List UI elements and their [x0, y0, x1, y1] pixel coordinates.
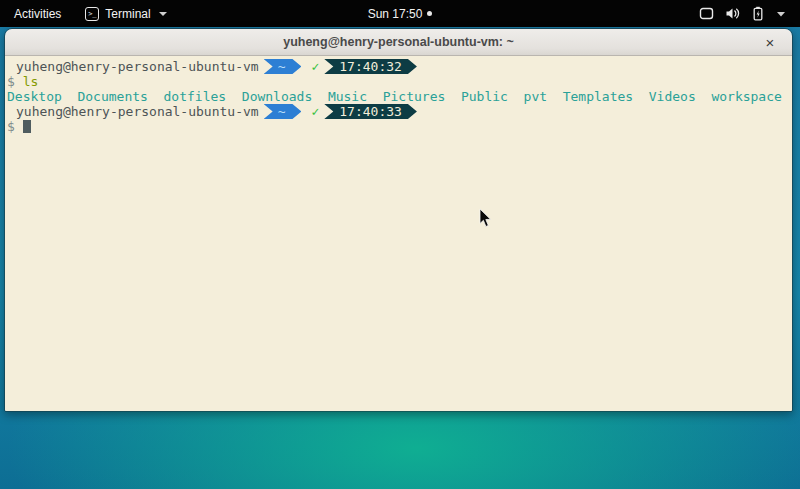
prompt-time-segment: 17:40:32	[324, 59, 417, 74]
notification-dot-icon	[427, 11, 432, 16]
prompt-time-segment: 17:40:33	[324, 104, 417, 119]
prompt-user: yuheng@henry-personal-ubuntu-vm	[16, 104, 259, 119]
prompt-line: yuheng@henry-personal-ubuntu-vm ~ ✓ 17:4…	[7, 59, 790, 74]
clock-label: Sun 17:50	[368, 7, 423, 21]
app-menu-label: Terminal	[105, 7, 150, 21]
app-menu-terminal[interactable]: >_ Terminal	[75, 0, 176, 27]
prompt-status-check-icon: ✓	[311, 59, 319, 74]
screen-icon	[699, 7, 714, 20]
top-bar: Activities >_ Terminal Sun 17:50	[0, 0, 800, 27]
ls-output: Desktop Documents dotfiles Downloads Mus…	[7, 89, 790, 104]
prompt-user: yuheng@henry-personal-ubuntu-vm	[16, 59, 259, 74]
terminal-icon: >_	[85, 7, 99, 21]
terminal-content[interactable]: yuheng@henry-personal-ubuntu-vm ~ ✓ 17:4…	[5, 56, 792, 411]
terminal-window: yuheng@henry-personal-ubuntu-vm: ~ × yuh…	[4, 28, 793, 412]
command-text: ls	[23, 74, 39, 89]
prompt-path-segment: ~	[264, 59, 302, 74]
prompt-status-check-icon: ✓	[311, 104, 319, 119]
battery-charging-icon	[751, 6, 765, 21]
close-button[interactable]: ×	[758, 29, 782, 55]
activities-button[interactable]: Activities	[0, 0, 75, 27]
chevron-down-icon	[776, 11, 786, 17]
prompt-line: yuheng@henry-personal-ubuntu-vm ~ ✓ 17:4…	[7, 104, 790, 119]
terminal-cursor	[23, 120, 31, 133]
prompt-dollar: $	[7, 74, 15, 89]
input-line: $	[7, 119, 790, 134]
window-title: yuheng@henry-personal-ubuntu-vm: ~	[283, 35, 514, 49]
desktop: { "top_bar": { "activities_label": "Acti…	[0, 0, 800, 489]
command-line: $ ls	[7, 74, 790, 89]
prompt-path-segment: ~	[264, 104, 302, 119]
system-tray[interactable]	[699, 0, 800, 27]
clock-button[interactable]: Sun 17:50	[368, 7, 433, 21]
prompt-dollar: $	[7, 119, 15, 134]
window-title-bar[interactable]: yuheng@henry-personal-ubuntu-vm: ~ ×	[5, 29, 792, 56]
volume-icon	[725, 7, 740, 20]
chevron-down-icon	[159, 12, 167, 16]
